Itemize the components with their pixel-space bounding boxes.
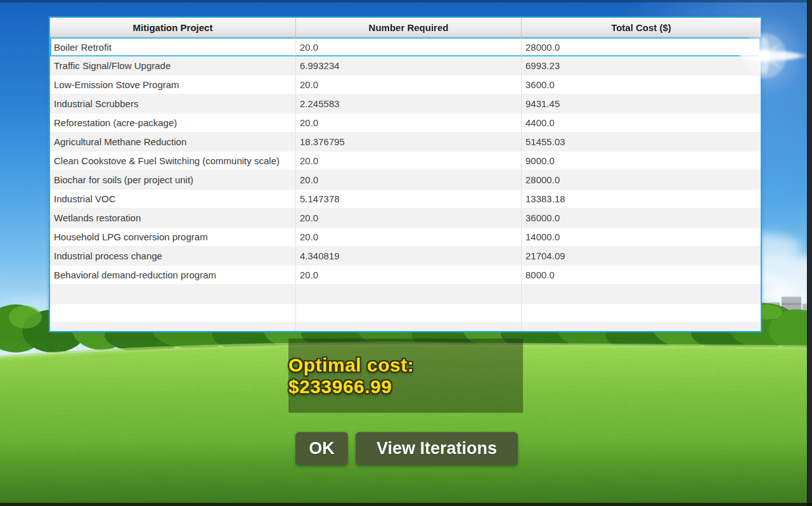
cell-total-cost xyxy=(522,304,761,323)
cell-project[interactable]: Behavioral demand-reduction program xyxy=(50,266,296,285)
table-row[interactable]: Low-Emission Stove Program 20.0 3600.0 xyxy=(50,75,761,94)
cell-number-required[interactable]: 20.0 xyxy=(296,114,522,133)
cell-total-cost[interactable]: 28000.0 xyxy=(522,37,761,56)
table-body: Boiler Retrofit 20.0 28000.0 Traffic Sig… xyxy=(50,37,761,332)
cell-project xyxy=(50,304,296,323)
cell-number-required[interactable]: 6.993234 xyxy=(296,56,522,75)
ok-button[interactable]: OK xyxy=(295,432,348,465)
cell-total-cost[interactable]: 3600.0 xyxy=(522,75,761,94)
cell-number-required xyxy=(296,323,522,332)
cell-project[interactable]: Wetlands restoration xyxy=(50,209,296,228)
cell-project[interactable]: Household LPG conversion program xyxy=(50,228,296,247)
cell-total-cost xyxy=(522,323,761,332)
table-row-empty xyxy=(50,323,761,332)
desktop: Mitigation Project Number Required Total… xyxy=(0,0,812,506)
cell-total-cost[interactable]: 21704.09 xyxy=(522,247,761,266)
cell-total-cost[interactable]: 9431.45 xyxy=(522,94,761,114)
cell-project xyxy=(50,285,296,304)
cell-project[interactable]: Industrial VOC xyxy=(50,190,296,209)
cell-total-cost xyxy=(522,285,761,304)
action-buttons: OK View Iterations xyxy=(295,432,518,465)
table-row[interactable]: Traffic Signal/Flow Upgrade 6.993234 699… xyxy=(50,56,761,75)
cell-total-cost[interactable]: 4400.0 xyxy=(522,114,761,133)
mitigation-table: Mitigation Project Number Required Total… xyxy=(50,18,761,332)
table-row[interactable]: Boiler Retrofit 20.0 28000.0 xyxy=(50,37,761,56)
cell-total-cost[interactable]: 8000.0 xyxy=(522,266,761,285)
cell-number-required[interactable]: 4.340819 xyxy=(296,247,522,266)
cell-project xyxy=(50,323,296,332)
cell-total-cost[interactable]: 14000.0 xyxy=(522,228,761,247)
cell-number-required[interactable]: 5.147378 xyxy=(296,190,522,209)
cell-project[interactable]: Clean Cookstove & Fuel Switching (commun… xyxy=(50,152,296,171)
cell-total-cost[interactable]: 6993.23 xyxy=(522,56,761,75)
table-row[interactable]: Wetlands restoration 20.0 36000.0 xyxy=(50,209,761,228)
cell-number-required[interactable]: 20.0 xyxy=(296,171,522,190)
table-row[interactable]: Industrial Scrubbers 2.245583 9431.45 xyxy=(50,94,761,114)
table-row-empty xyxy=(50,285,761,304)
cell-number-required[interactable]: 20.0 xyxy=(296,37,522,56)
cell-number-required[interactable]: 18.376795 xyxy=(296,133,522,152)
cell-project[interactable]: Low-Emission Stove Program xyxy=(50,75,296,94)
cell-project[interactable]: Traffic Signal/Flow Upgrade xyxy=(50,56,296,75)
column-header-mitigation-project[interactable]: Mitigation Project xyxy=(50,18,296,37)
cell-project[interactable]: Agricultural Methane Reduction xyxy=(50,133,296,152)
cell-number-required[interactable]: 20.0 xyxy=(296,228,522,247)
cell-project[interactable]: Industrial Scrubbers xyxy=(50,94,296,114)
table-row[interactable]: Reforestation (acre-package) 20.0 4400.0 xyxy=(50,114,761,133)
table-row[interactable]: Agricultural Methane Reduction 18.376795… xyxy=(50,133,761,152)
cell-number-required[interactable]: 20.0 xyxy=(296,266,522,285)
table-row[interactable]: Biochar for soils (per project unit) 20.… xyxy=(50,171,761,190)
table-row[interactable]: Household LPG conversion program 20.0 14… xyxy=(50,228,761,247)
cell-total-cost[interactable]: 13383.18 xyxy=(522,190,761,209)
table-row[interactable]: Industrial VOC 5.147378 13383.18 xyxy=(50,190,761,209)
cell-total-cost[interactable]: 51455.03 xyxy=(522,133,761,152)
cell-number-required xyxy=(296,304,522,323)
table-row[interactable]: Behavioral demand-reduction program 20.0… xyxy=(50,266,761,285)
cell-number-required xyxy=(296,285,522,304)
cell-project[interactable]: Industrial process change xyxy=(50,247,296,266)
table-row[interactable]: Clean Cookstove & Fuel Switching (commun… xyxy=(50,152,761,171)
optimal-cost-label: Optimal cost: $233966.99 xyxy=(288,354,523,398)
cell-number-required[interactable]: 20.0 xyxy=(296,75,522,94)
column-header-total-cost[interactable]: Total Cost ($) xyxy=(522,18,761,37)
column-header-number-required[interactable]: Number Required xyxy=(296,18,522,37)
cell-total-cost[interactable]: 9000.0 xyxy=(522,152,761,171)
cell-total-cost[interactable]: 28000.0 xyxy=(522,171,761,190)
cell-number-required[interactable]: 20.0 xyxy=(296,152,522,171)
cell-project[interactable]: Biochar for soils (per project unit) xyxy=(50,171,296,190)
view-iterations-button[interactable]: View Iterations xyxy=(356,432,518,465)
table-row[interactable]: Industrial process change 4.340819 21704… xyxy=(50,247,761,266)
table-header-row: Mitigation Project Number Required Total… xyxy=(50,18,761,37)
cell-total-cost[interactable]: 36000.0 xyxy=(522,209,761,228)
cell-project[interactable]: Reforestation (acre-package) xyxy=(50,114,296,133)
cell-number-required[interactable]: 2.245583 xyxy=(296,94,522,114)
optimal-cost-panel: Optimal cost: $233966.99 xyxy=(288,339,523,413)
table-row-empty xyxy=(50,304,761,323)
results-table-window: Mitigation Project Number Required Total… xyxy=(49,16,762,332)
cell-project[interactable]: Boiler Retrofit xyxy=(50,37,296,56)
cell-number-required[interactable]: 20.0 xyxy=(296,209,522,228)
